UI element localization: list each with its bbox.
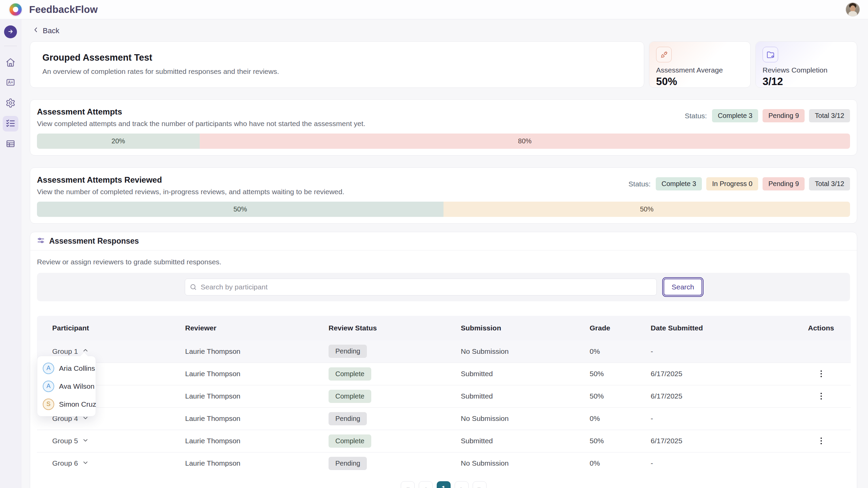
- sidebar-item-records[interactable]: [3, 136, 18, 152]
- column-header: Reviewer: [185, 316, 329, 340]
- attempts-reviewed-section: Assessment Attempts Reviewed View the nu…: [30, 167, 857, 224]
- status-label: Status:: [685, 112, 707, 120]
- grade-cell: 50%: [590, 430, 651, 452]
- sidebar: A+: [0, 19, 21, 488]
- group-member-item[interactable]: AAria Collins: [37, 359, 96, 377]
- grade-cell: 50%: [590, 385, 651, 407]
- member-avatar: A: [43, 381, 54, 392]
- status-label: Status:: [629, 180, 651, 188]
- unplug-icon: [656, 47, 672, 62]
- sidebar-item-settings[interactable]: [3, 96, 18, 111]
- date-submitted-cell: -: [651, 340, 791, 363]
- gear-icon: [5, 98, 16, 109]
- column-header: Date Submitted: [651, 316, 791, 340]
- table-header-row: ParticipantReviewerReview StatusSubmissi…: [37, 316, 851, 340]
- status-chip: Total 3/12: [809, 177, 850, 190]
- page-description: An overview of completion rates for subm…: [42, 67, 632, 76]
- arrow-right-icon: [7, 28, 14, 36]
- stat-value: 50%: [656, 76, 744, 88]
- reviewer-cell: Laurie Thompson: [185, 340, 329, 363]
- stat-label: Reviews Completion: [763, 66, 850, 74]
- stat-card-reviews-completion: Reviews Completion 3/12: [755, 41, 857, 88]
- submission-cell: No Submission: [461, 407, 590, 430]
- sidebar-item-checklist[interactable]: [3, 116, 18, 131]
- table-row: Laurie Thompson Complete Submitted 50% 6…: [37, 385, 851, 407]
- table-row: Laurie Thompson Complete Submitted 50% 6…: [37, 363, 851, 385]
- group-expand-toggle[interactable]: Group 6: [52, 459, 89, 468]
- assessment-attempts-section: Assessment Attempts View completed attem…: [30, 99, 857, 156]
- section-description: View completed attempts and track the nu…: [37, 120, 365, 128]
- row-actions-button[interactable]: [817, 368, 825, 379]
- table-row: Group 5 Laurie Thompson Complete Submitt…: [37, 430, 851, 452]
- member-avatar: A: [43, 363, 54, 374]
- chevron-left-icon: [33, 26, 39, 35]
- review-status-badge: Complete: [329, 390, 371, 403]
- chevron-icon: [82, 437, 89, 445]
- app-title: FeedbackFlow: [29, 4, 98, 15]
- grade-cell: 0%: [590, 407, 651, 430]
- back-button[interactable]: Back: [33, 26, 59, 35]
- search-button[interactable]: Search: [664, 279, 703, 296]
- group-member-item[interactable]: AAva Wilson: [37, 377, 96, 395]
- sliders-icon: [37, 237, 45, 246]
- home-icon: [5, 57, 16, 68]
- pagination: «‹1›»: [37, 481, 850, 488]
- table-icon: [5, 139, 16, 150]
- section-title: Assessment Attempts: [37, 107, 365, 117]
- main-content: Back Grouped Assesment Test An overview …: [21, 19, 868, 488]
- search-panel: Search: [37, 273, 850, 301]
- reviewer-cell: Laurie Thompson: [185, 407, 329, 430]
- checklist-icon: [5, 118, 16, 129]
- review-status-badge: Complete: [329, 367, 371, 381]
- pagination-last-button[interactable]: »: [473, 481, 487, 488]
- pagination-page-button[interactable]: 1: [437, 481, 451, 488]
- review-status-badge: Pending: [329, 412, 367, 425]
- column-header: Actions: [791, 316, 851, 340]
- chevron-icon: [82, 459, 89, 468]
- submission-cell: Submitted: [461, 385, 590, 407]
- progress-segment: 80%: [200, 134, 850, 149]
- back-label: Back: [43, 26, 59, 35]
- responses-table: ParticipantReviewerReview StatusSubmissi…: [37, 316, 850, 474]
- assessment-responses-section: Assessment Responses Review or assign re…: [30, 232, 857, 488]
- date-submitted-cell: -: [651, 452, 791, 474]
- group-expand-toggle[interactable]: Group 5: [52, 437, 89, 445]
- progress-segment: 50%: [443, 202, 850, 217]
- progress-segment: 50%: [37, 202, 443, 217]
- grade-cell: 50%: [590, 363, 651, 385]
- column-header: Grade: [590, 316, 651, 340]
- responses-description: Review or assign reviewers to grade subm…: [37, 258, 850, 266]
- row-actions-button[interactable]: [817, 435, 825, 446]
- column-header: Review Status: [329, 316, 461, 340]
- sidebar-item-grades[interactable]: A+: [3, 75, 18, 91]
- progress-segment: 20%: [37, 134, 200, 149]
- attempts-progress-bar: 20%80%: [37, 134, 850, 149]
- submission-cell: No Submission: [461, 452, 590, 474]
- pagination-first-button[interactable]: «: [401, 481, 415, 488]
- status-chip: Total 3/12: [809, 109, 850, 122]
- section-description: View the number of completed reviews, in…: [37, 188, 344, 196]
- date-submitted-cell: 6/17/2025: [651, 363, 791, 385]
- stat-card-assessment-average: Assessment Average 50%: [649, 41, 751, 88]
- user-avatar[interactable]: [846, 2, 860, 17]
- pagination-next-button[interactable]: ›: [455, 481, 469, 488]
- member-avatar: S: [43, 399, 54, 410]
- date-submitted-cell: 6/17/2025: [651, 430, 791, 452]
- date-submitted-cell: 6/17/2025: [651, 385, 791, 407]
- row-actions-button[interactable]: [817, 391, 825, 402]
- review-status-badge: Pending: [329, 457, 367, 470]
- status-chip: Complete 3: [712, 109, 758, 122]
- sidebar-item-home[interactable]: [3, 55, 18, 70]
- app-logo-icon: [9, 3, 22, 16]
- member-name: Ava Wilson: [59, 382, 95, 390]
- sidebar-divider: [4, 46, 17, 46]
- submission-cell: Submitted: [461, 363, 590, 385]
- search-input[interactable]: [185, 279, 657, 296]
- pagination-prev-button[interactable]: ‹: [419, 481, 433, 488]
- stat-label: Assessment Average: [656, 66, 744, 74]
- group-member-item[interactable]: SSimon Cruz: [37, 395, 96, 413]
- sidebar-expand-button[interactable]: [4, 25, 17, 38]
- svg-text:A+: A+: [8, 80, 13, 85]
- assessment-overview-card: Grouped Assesment Test An overview of co…: [30, 41, 644, 88]
- status-chip: In Progress 0: [706, 177, 758, 190]
